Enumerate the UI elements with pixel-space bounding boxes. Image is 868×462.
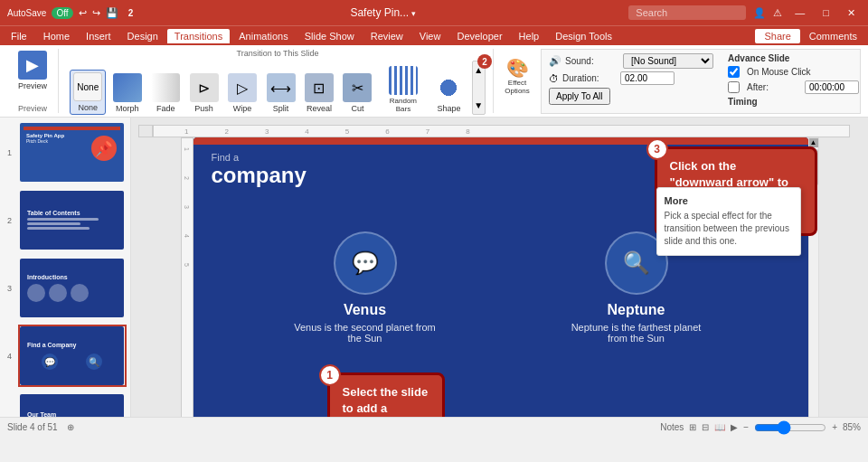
view-slide-sorter-icon[interactable]: ⊟ — [702, 422, 709, 432]
split-icon: ⟷ — [267, 73, 296, 102]
menu-help[interactable]: Help — [512, 29, 547, 43]
menu-developer[interactable]: Developer — [449, 29, 509, 43]
trans-bars-btn[interactable]: Random Bars — [379, 64, 429, 115]
trans-shape-btn[interactable]: Shape — [431, 71, 466, 115]
neptune-name: Neptune — [608, 302, 665, 318]
ribbon-right-panel: 🔊 Sound: [No Sound] ⏱ Duration: Apply To… — [541, 49, 861, 114]
menu-file[interactable]: File — [4, 29, 34, 43]
sound-row: 🔊 Sound: [No Sound] — [549, 53, 713, 69]
none-icon: None — [73, 72, 102, 101]
reveal-icon: ⊡ — [305, 73, 334, 102]
menu-animations[interactable]: Animations — [231, 29, 295, 43]
close-btn[interactable]: ✕ — [842, 5, 861, 21]
title-bar: AutoSave Off ↩ ↪ 💾 2 Safety Pin... ▾ 👤 ⚠… — [0, 0, 868, 25]
sound-select[interactable]: [No Sound] — [623, 53, 713, 69]
ribbon-badge-2: 2 — [477, 54, 492, 69]
reveal-label: Reveal — [307, 104, 332, 113]
split-label: Split — [273, 104, 289, 113]
zoom-slider[interactable] — [754, 420, 826, 435]
menu-design[interactable]: Design — [120, 29, 165, 43]
transition-group-label: Transition to This Slide — [236, 49, 318, 58]
tooltip-title: More — [665, 195, 793, 206]
preview-group-title: Preview — [18, 102, 47, 113]
duration-label: Duration: — [562, 73, 617, 83]
slide-num-2: 2 — [7, 216, 12, 225]
autosave-toggle[interactable]: Off — [52, 7, 72, 19]
trans-wipe-btn[interactable]: ▷ Wipe — [225, 71, 259, 115]
comments-button[interactable]: Comments — [802, 29, 864, 43]
trans-reveal-btn[interactable]: ⊡ Reveal — [302, 71, 336, 115]
effect-icon: 🎨 — [506, 57, 529, 79]
trans-push-btn[interactable]: ⊳ Push — [186, 71, 221, 115]
vertical-ruler: 12345 — [181, 137, 193, 417]
minus-zoom-btn[interactable]: − — [743, 422, 749, 432]
preview-button[interactable]: ▶ Preview — [14, 49, 51, 92]
duration-input[interactable] — [620, 71, 675, 85]
redo-icon[interactable]: ↪ — [92, 7, 100, 19]
more-transitions-btn[interactable]: ▲ ▼ 2 — [472, 61, 486, 115]
none-label: None — [78, 103, 98, 112]
menu-slideshow[interactable]: Slide Show — [297, 29, 362, 43]
timing-panel: Advance Slide On Mouse Click After: Timi… — [728, 53, 859, 109]
trans-fade-btn[interactable]: Fade — [148, 71, 183, 115]
menu-home[interactable]: Home — [36, 29, 77, 43]
menu-view[interactable]: View — [412, 29, 448, 43]
dropdown-icon[interactable]: ▾ — [411, 9, 416, 18]
share-button[interactable]: Share — [755, 29, 799, 43]
venus-circle: 💬 — [334, 231, 397, 295]
alert-icon: ⚠ — [773, 7, 782, 19]
on-click-checkbox[interactable] — [728, 66, 740, 78]
apply-all-button[interactable]: Apply To All — [549, 88, 610, 105]
timing-title: Timing — [728, 97, 859, 107]
slide-panel[interactable]: 1 Safety Pin App Pitch Deck 📌 2 Table of… — [0, 118, 131, 417]
maximize-btn[interactable]: □ — [817, 5, 835, 20]
shape-icon — [434, 73, 463, 102]
morph-label: Morph — [116, 104, 139, 113]
slide-image-1: Safety Pin App Pitch Deck 📌 — [20, 123, 124, 182]
ribbon-group-preview: ▶ Preview Preview — [7, 49, 59, 113]
menu-transitions[interactable]: Transitions — [167, 29, 230, 43]
view-slideshow-icon[interactable]: ▶ — [731, 422, 738, 432]
search-input[interactable] — [628, 5, 746, 20]
duration-row: ⏱ Duration: — [549, 71, 713, 85]
view-normal-icon[interactable]: ⊞ — [689, 422, 696, 432]
after-checkbox[interactable] — [728, 81, 740, 93]
status-bar: Slide 4 of 51 ⊕ Notes ⊞ ⊟ 📖 ▶ − + 85% — [0, 417, 868, 437]
slide-thumb-2[interactable]: 2 Table of Contents — [18, 189, 127, 251]
plus-zoom-btn[interactable]: + — [832, 422, 837, 432]
wipe-icon: ▷ — [228, 73, 257, 102]
notes-status-btn[interactable]: Notes — [660, 422, 684, 432]
slide-num-1: 1 — [7, 148, 12, 157]
trans-none-btn[interactable]: None None — [70, 70, 106, 115]
menu-insert[interactable]: Insert — [79, 29, 118, 43]
ruler-area: 12345678 — [138, 125, 861, 137]
sound-label: Sound: — [565, 56, 619, 66]
timer-icon: ⏱ — [549, 73, 559, 84]
slide-canvas-container: Find a company 💬 Venus Venus is the seco… — [193, 137, 808, 417]
effect-options-btn[interactable]: 🎨 EffectOptions — [501, 49, 533, 103]
ribbon-group-transitions: Transition to This Slide None None Morph… — [62, 49, 494, 113]
fade-icon — [151, 73, 180, 102]
slide-thumb-5[interactable]: 5 Our Team — [18, 392, 127, 417]
after-row: After: — [728, 80, 859, 94]
view-reading-icon[interactable]: 📖 — [714, 422, 725, 432]
zoom-level: 85% — [843, 422, 861, 432]
trans-split-btn[interactable]: ⟷ Split — [263, 71, 297, 115]
slide-thumb-3[interactable]: 3 Introductions — [18, 257, 127, 319]
menu-bar: File Home Insert Design Transitions Anim… — [0, 25, 868, 45]
slide-thumb-4[interactable]: 4 Find a Company 💬 🔍 — [18, 325, 127, 387]
save-icon[interactable]: 💾 — [106, 7, 118, 19]
trans-cut-btn[interactable]: ✂ Cut — [340, 71, 374, 115]
trans-morph-btn[interactable]: Morph — [109, 71, 144, 115]
slide-top-bar — [193, 137, 808, 145]
file-title: Safety Pin... — [350, 6, 409, 19]
undo-icon[interactable]: ↩ — [79, 7, 87, 19]
minimize-btn[interactable]: — — [789, 5, 810, 20]
after-input[interactable] — [805, 80, 859, 94]
menu-design-tools[interactable]: Design Tools — [548, 29, 619, 43]
menu-review[interactable]: Review — [363, 29, 410, 43]
slide-count: Slide 4 of 51 — [7, 422, 58, 432]
slide-thumb-1[interactable]: 1 Safety Pin App Pitch Deck 📌 — [18, 121, 127, 184]
on-click-row: On Mouse Click — [728, 66, 859, 78]
venus-name: Venus — [344, 302, 386, 318]
